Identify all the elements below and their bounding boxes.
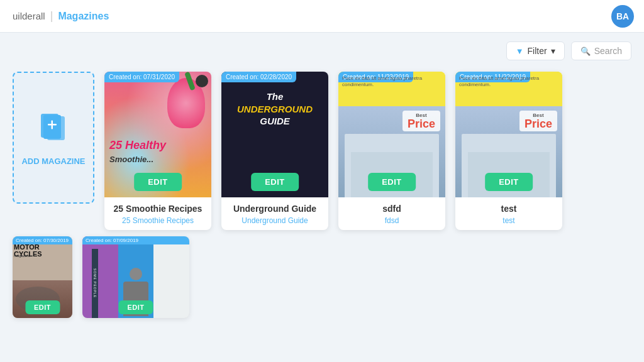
card-info-sdfd: sdfd fdsd [338, 197, 445, 230]
smoothie-overlay-text: 25 HealthySmoothie... [109, 139, 166, 166]
card-image-colorful: Created on: 07/09/2019 SOME PEOPLE EDIT [82, 236, 189, 318]
card-image-smoothie: Created on: 07/31/2020 25 HealthySmoothi… [104, 72, 211, 197]
avatar[interactable]: BA [611, 5, 634, 28]
magazine-card: Created on: 11/22/2019 Puce ex bita sit … [455, 72, 562, 230]
search-icon: 🔍 [580, 47, 591, 56]
header: uilderall | Magazines BA [0, 0, 644, 33]
magazine-grid: ADD MAGAZINE Created on: 07/31/2020 25 H… [0, 65, 644, 236]
card-subtitle: fdsd [343, 216, 440, 225]
motorcycles-subtitle: magazine [14, 254, 30, 258]
add-magazine-card[interactable]: ADD MAGAZINE [13, 72, 94, 204]
search-box[interactable]: 🔍 Search [571, 41, 631, 60]
edit-button-smoothie[interactable]: EDIT [134, 173, 182, 191]
card-image-underground: Created on: 02/28/2020 TheUNDERGROUNDGUI… [221, 72, 328, 197]
card-info-smoothie: 25 Smoothie Recipes 25 Smoothie Recipes [104, 197, 211, 230]
svg-rect-4 [52, 120, 53, 129]
brand-name: uilderall [13, 11, 45, 21]
edit-button-test[interactable]: EDIT [485, 173, 533, 191]
card-title: test [460, 204, 557, 214]
magazine-card: Created on: 07/31/2020 25 HealthySmoothi… [104, 72, 211, 230]
edit-button-sdfd[interactable]: EDIT [368, 173, 416, 191]
filter-label: Filter [528, 46, 547, 56]
magazine-card-colorful: Created on: 07/09/2019 SOME PEOPLE EDIT [82, 236, 189, 318]
header-title: Magazines [58, 11, 109, 22]
card-date-badge: Created on: 02/28/2020 [221, 72, 296, 82]
card-image-realestate1: Created on: 11/23/2019 Puce ex bita sit … [338, 72, 445, 197]
card-info-test: test test [455, 197, 562, 230]
filter-icon: ▼ [516, 47, 524, 56]
edit-button-colorful[interactable]: EDIT [118, 300, 153, 314]
card-date-badge: Created on: 07/31/2020 [104, 72, 179, 82]
search-placeholder: Search [594, 46, 622, 56]
magazine-card-partial: Created on: 07/30/2019 MOTORCYCLES magaz… [13, 236, 72, 318]
card-title: Underground Guide [226, 204, 323, 214]
card-subtitle: 25 Smoothie Recipes [109, 216, 206, 225]
card-subtitle: Underground Guide [226, 216, 323, 225]
card-image-motorcycles: Created on: 07/30/2019 MOTORCYCLES magaz… [13, 236, 72, 318]
card-subtitle: test [460, 216, 557, 225]
magazine-card: Created on: 11/23/2019 Puce ex bita sit … [338, 72, 445, 230]
card-title: 25 Smoothie Recipes [109, 204, 206, 214]
add-magazine-label: ADD MAGAZINE [21, 156, 85, 166]
magazine-card: Created on: 02/28/2020 TheUNDERGROUNDGUI… [221, 72, 328, 230]
header-divider: | [50, 9, 53, 23]
card-title: sdfd [343, 204, 440, 214]
filter-button[interactable]: ▼ Filter ▾ [506, 41, 565, 60]
toolbar: ▼ Filter ▾ 🔍 Search [0, 33, 644, 65]
underground-overlay-text: TheUNDERGROUNDGUIDE [226, 90, 323, 128]
add-magazine-icon [36, 110, 71, 150]
chevron-down-icon: ▾ [551, 46, 555, 56]
card-date-badge: Created on: 07/09/2019 [82, 236, 189, 244]
card-image-realestate2: Created on: 11/22/2019 Puce ex bita sit … [455, 72, 562, 197]
card-info-underground: Underground Guide Underground Guide [221, 197, 328, 230]
edit-button-motorcycles[interactable]: EDIT [25, 300, 60, 314]
magazine-grid-row2: Created on: 07/30/2019 MOTORCYCLES magaz… [0, 236, 644, 318]
edit-button-underground[interactable]: EDIT [251, 173, 299, 191]
